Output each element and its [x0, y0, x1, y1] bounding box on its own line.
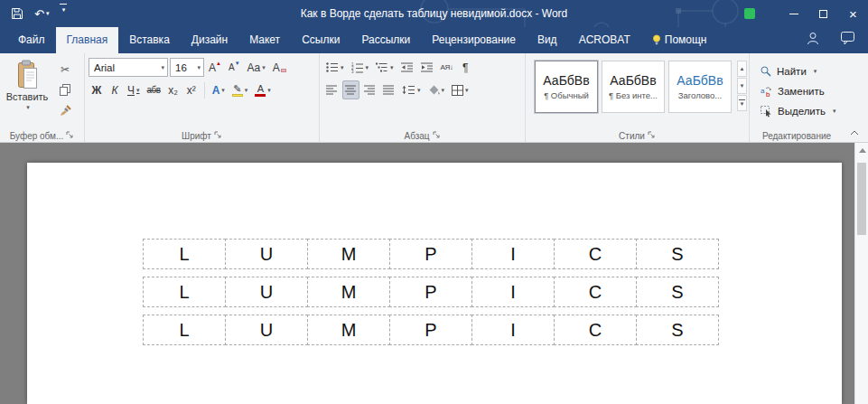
align-right-button[interactable] [361, 80, 378, 99]
table-cell[interactable]: U [225, 315, 308, 345]
font-dialog-launcher[interactable] [214, 131, 222, 141]
style-card[interactable]: АаБбВвЗаголово... [668, 61, 732, 113]
tab-item[interactable]: Ссылки [291, 27, 350, 53]
styles-scroll-up-button[interactable]: ▲ [737, 61, 747, 77]
tab-item[interactable]: Главная [56, 27, 119, 53]
table-cell[interactable]: P [389, 315, 472, 345]
increase-indent-button[interactable] [418, 58, 436, 77]
numbering-button[interactable]: 123 ▾ [349, 58, 372, 77]
table-cell[interactable]: S [636, 277, 719, 307]
shrink-font-button[interactable]: А▼ [226, 58, 243, 77]
document-page[interactable]: LUMPICSLUMPICSLUMPICS [27, 163, 842, 404]
table-cell[interactable]: L [143, 315, 226, 345]
dropdown-arrow-icon: ▾ [390, 64, 394, 71]
replace-button[interactable]: ab Заменить [761, 83, 842, 99]
styles-more-button[interactable]: ▼ [737, 95, 747, 111]
close-button[interactable]: × [838, 0, 868, 27]
format-painter-button[interactable] [55, 102, 75, 119]
table-cell[interactable]: M [307, 239, 390, 269]
svg-text:b: b [766, 90, 770, 97]
styles-scroll-down-button[interactable]: ▼ [737, 78, 747, 94]
justify-button[interactable] [380, 80, 397, 99]
superscript-button[interactable]: х² [183, 80, 200, 99]
dropdown-arrow-icon: ▾ [267, 87, 271, 94]
tab-item[interactable]: Рассылки [350, 27, 421, 53]
tab-item[interactable]: ACROBAT [568, 27, 641, 53]
scroll-up-button[interactable] [855, 143, 868, 157]
account-button[interactable] [805, 32, 821, 49]
cut-button[interactable]: ✂ [55, 61, 75, 78]
align-center-button[interactable] [342, 80, 359, 99]
style-name: ¶ Обычный [544, 90, 589, 100]
minimize-button[interactable] [779, 0, 808, 27]
show-marks-button[interactable]: ¶ [457, 58, 473, 77]
paragraph-dialog-launcher[interactable] [433, 131, 441, 141]
bold-button[interactable]: Ж [89, 80, 105, 99]
table-cell[interactable]: P [389, 277, 472, 307]
save-button[interactable] [11, 4, 23, 23]
tab-item[interactable]: Файл [7, 27, 56, 53]
table-cell[interactable]: U [225, 277, 308, 307]
table-cell[interactable]: S [636, 239, 719, 269]
shading-button[interactable]: ▾ [425, 80, 448, 99]
sort-button[interactable]: АЯ↓ [438, 58, 456, 77]
align-right-icon [364, 85, 376, 95]
table-cell[interactable]: C [554, 315, 637, 345]
grow-font-button[interactable]: А▲ [206, 58, 224, 77]
table-cell[interactable]: U [225, 239, 308, 269]
table-cell[interactable]: I [471, 239, 555, 269]
font-size-combobox[interactable]: 16 ▾ [170, 58, 204, 77]
styles-dialog-launcher[interactable] [648, 131, 656, 141]
style-card[interactable]: АаБбВв¶ Без инте... [602, 61, 665, 113]
table-cell[interactable]: C [554, 277, 637, 307]
paste-button[interactable]: Вставить ▾ [4, 56, 51, 126]
tab-item[interactable]: Рецензирование [421, 27, 527, 53]
italic-button[interactable]: К [107, 80, 123, 99]
change-case-button[interactable]: Aa▾ [245, 58, 268, 77]
clear-formatting-icon: А [273, 61, 280, 74]
maximize-button[interactable] [808, 0, 838, 27]
copy-button[interactable] [55, 81, 75, 99]
select-cursor-icon [761, 106, 772, 117]
table-cell[interactable]: M [307, 277, 390, 307]
collapse-ribbon-button[interactable] [847, 127, 862, 139]
clipboard-dialog-launcher[interactable] [66, 131, 74, 141]
table-cell[interactable]: S [636, 315, 719, 345]
scrollbar-thumb[interactable] [857, 163, 866, 235]
table-cell[interactable]: L [143, 239, 226, 269]
table-cell[interactable]: I [471, 315, 555, 345]
customize-qat-button[interactable]: ▾ [60, 4, 67, 23]
text-effects-button[interactable]: А▾ [210, 80, 228, 99]
borders-button[interactable]: ▾ [449, 80, 471, 99]
tab-item[interactable]: Дизайн [181, 27, 238, 53]
table-cell[interactable]: I [471, 277, 555, 307]
tab-item[interactable]: Вид [527, 27, 568, 53]
table-cell[interactable]: C [554, 239, 637, 269]
line-spacing-button[interactable]: ▾ [399, 80, 424, 99]
table-cell[interactable]: P [389, 239, 472, 269]
decrease-indent-button[interactable] [398, 58, 416, 77]
underline-button[interactable]: Ч▾ [125, 80, 143, 99]
subscript-button[interactable]: х₂ [165, 80, 182, 99]
highlight-button[interactable]: ✎ ▾ [229, 80, 251, 99]
strikethrough-button[interactable]: абв [145, 80, 163, 99]
table-cell[interactable]: M [307, 315, 390, 345]
bullets-button[interactable]: ▾ [323, 58, 347, 77]
replace-label: Заменить [778, 86, 825, 97]
align-left-button[interactable] [323, 80, 341, 99]
multilevel-list-button[interactable]: ▾ [373, 58, 397, 77]
style-card[interactable]: АаБбВв¶ Обычный [535, 61, 598, 113]
tab-item[interactable]: Макет [238, 27, 291, 53]
tab-item[interactable]: Помощн [641, 27, 718, 53]
tab-item[interactable]: Вставка [118, 27, 181, 53]
person-icon [805, 32, 821, 45]
clear-formatting-button[interactable]: А [270, 58, 289, 77]
undo-button[interactable]: ↶ ▾ [34, 4, 49, 23]
vertical-scrollbar[interactable] [854, 143, 868, 404]
font-name-combobox[interactable]: Arial ▾ [89, 58, 168, 77]
select-button[interactable]: Выделить ▾ [761, 103, 842, 119]
comments-button[interactable] [841, 32, 855, 49]
font-color-button[interactable]: А ▾ [252, 80, 274, 99]
find-button[interactable]: Найти ▾ [761, 63, 842, 80]
table-cell[interactable]: L [143, 277, 226, 307]
